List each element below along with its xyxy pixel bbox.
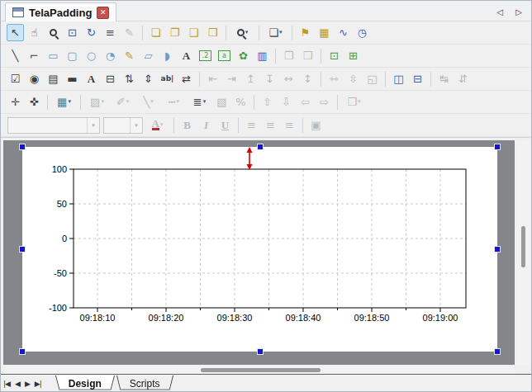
line-tool[interactable]: ╲ [7,47,24,64]
ellipse-tool[interactable]: ○ [83,47,100,64]
scale-tool[interactable]: ▥ [254,47,271,64]
position-button[interactable]: ❒▾ [342,93,366,111]
center-horizontal-button[interactable]: ↔ [280,70,297,87]
picture-tool[interactable]: ✿ [235,47,252,64]
selection-handle-bottom-center[interactable] [257,348,264,355]
document-tab-telapadding[interactable]: TelaPadding ✕ [5,2,116,21]
close-tab-button[interactable]: ✕ [97,7,109,19]
label-control[interactable]: A [83,70,100,87]
textbox-control[interactable]: ab| [159,70,176,87]
align-text-left-button[interactable]: ≡ [243,116,260,134]
chart-object[interactable]: 100500-50-10009:18:1009:18:2009:18:3009:… [22,147,497,352]
zoom-region-tool[interactable]: ⊡ [64,24,81,41]
spinner-control[interactable]: ⇅ [121,70,138,87]
vertical-scrollbar-thumb[interactable] [521,226,525,267]
schedule-button[interactable]: ◷ [354,24,371,41]
center-in-window-horizontal-button[interactable]: ◫ [390,70,407,87]
pencil-tool[interactable]: ✎ [121,47,138,64]
curve-tool[interactable]: ◗ [159,47,176,64]
align-left-button[interactable]: ⇤ [204,70,221,87]
group-button[interactable]: ❐ [280,47,297,64]
tab-design[interactable]: Design [55,375,115,392]
rounded-rectangle-tool[interactable]: ▢ [64,47,81,64]
move-layer-left-button[interactable]: ⇦ [297,93,314,111]
same-height-button[interactable]: ⇳ [344,70,362,87]
display-text-tool[interactable]: a [216,47,233,64]
last-record-button[interactable]: ▶| [35,380,41,388]
line-style-button[interactable]: ┅▾ [162,93,186,111]
snap-unlink-button[interactable]: ⊞ [344,47,362,64]
previous-record-button[interactable]: ◀ [15,380,20,388]
design-surface[interactable]: 100500-50-10009:18:1009:18:2009:18:3009:… [3,140,515,365]
snap-link-button[interactable]: ⊡ [325,47,343,64]
move-layer-up-button[interactable]: ⇧ [259,93,276,111]
align-right-button[interactable]: ⇥ [223,70,240,87]
move-layer-down-button[interactable]: ⇩ [278,93,295,111]
italic-button[interactable]: I [197,116,215,134]
text-frame-button[interactable]: ▣ [307,116,325,134]
selection-handle-middle-left[interactable] [19,246,26,253]
bold-button[interactable]: B [178,116,196,134]
center-vertical-button[interactable]: ↕ [299,70,316,87]
underline-button[interactable]: U [216,116,234,134]
percent-button[interactable]: % [232,93,249,111]
splitter-control[interactable]: ⇄ [178,70,195,87]
tab-scripts[interactable]: Scripts [116,375,173,392]
display-number-tool[interactable]: .2 [197,47,214,64]
bring-to-front-button[interactable]: ❏ [147,24,164,41]
vertical-scrollbar[interactable] [516,140,530,365]
combobox-control[interactable]: ⊟ [102,70,119,87]
screen-canvas[interactable]: 100500-50-10009:18:1009:18:2009:18:3009:… [22,147,497,352]
font-size-select[interactable]: ▾ [103,117,143,134]
button-control[interactable]: ▬ [64,70,81,87]
select-objects-button[interactable]: ❏▾ [264,24,287,41]
select-tool[interactable]: ↖ [7,24,24,41]
font-color-button[interactable]: A▾ [145,116,169,134]
line-color-button[interactable]: ╲▾ [136,93,160,111]
radio-control[interactable]: ◉ [26,70,43,87]
arc-tool[interactable]: ◔ [102,47,119,64]
horizontal-scrollbar-thumb[interactable] [201,368,321,372]
text-tool[interactable]: A [178,47,195,64]
selection-handle-bottom-right[interactable] [494,348,501,355]
same-size-button[interactable]: ◱ [363,70,381,87]
rectangle-tool[interactable]: ▭ [45,47,62,64]
fill-color-button[interactable]: ▨▾ [85,93,109,111]
line-width-button[interactable]: ≣▾ [188,93,211,111]
tab-scroll-left-button[interactable]: ◁ [492,5,507,18]
move-layer-right-button[interactable]: ⇨ [316,93,333,111]
align-text-center-button[interactable]: ≡ [262,116,279,134]
nudge-position-button[interactable]: ✛ [7,93,24,111]
selection-handle-bottom-left[interactable] [19,348,26,355]
center-in-window-vertical-button[interactable]: ⊟ [409,70,426,87]
alarm-viewer-button[interactable]: ⚑ [297,24,314,41]
tab-scroll-right-button[interactable]: ▷ [511,5,526,18]
send-to-back-button[interactable]: ❐ [166,24,183,41]
ungroup-button[interactable]: ❒ [299,47,316,64]
selection-handle-top-center[interactable] [257,144,264,150]
chart-report-button[interactable]: ∿ [335,24,352,41]
updown-control[interactable]: ⇕ [140,70,157,87]
first-record-button[interactable]: |◀ [3,380,10,388]
checkbox-control[interactable]: ☑ [7,70,24,87]
nudge-size-button[interactable]: ✜ [26,93,43,111]
send-backward-button[interactable]: ❒ [204,24,221,41]
background-style-button[interactable]: ▧ [213,93,230,111]
organize-list-button[interactable]: ≡ [102,24,119,41]
grid-toggle-button[interactable]: ▦▾ [52,93,76,111]
space-evenly-vertical-button[interactable]: ⇵ [454,70,472,87]
polyline-tool[interactable]: ⌐ [26,47,43,64]
brush-style-button[interactable]: ✐▾ [111,93,135,111]
bring-forward-button[interactable]: ❑ [185,24,202,41]
zoom-tool[interactable] [45,24,62,41]
align-bottom-button[interactable]: ↧ [261,70,278,87]
selection-handle-middle-right[interactable] [494,246,501,253]
space-evenly-horizontal-button[interactable]: ↹ [435,70,453,87]
zoom-level-button[interactable]: ▾ [230,24,254,41]
horizontal-scrollbar[interactable] [3,366,515,374]
listbox-control[interactable]: ▤ [45,70,62,87]
polygon-tool[interactable]: ▱ [140,47,157,64]
database-browser-button[interactable]: ▦ [316,24,333,41]
font-name-select[interactable]: ▾ [7,117,100,134]
same-width-button[interactable]: ⇿ [325,70,343,87]
